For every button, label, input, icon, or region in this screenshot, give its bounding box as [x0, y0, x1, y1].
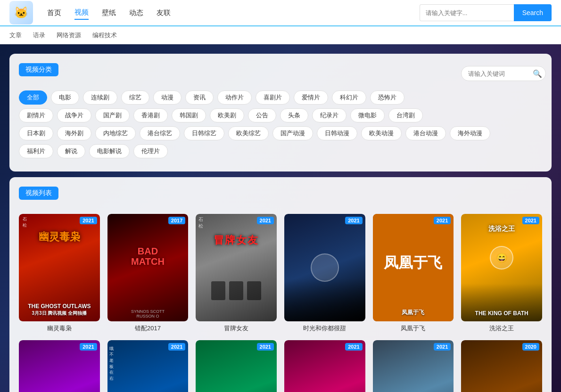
tag-action[interactable]: 动作片 [217, 90, 252, 105]
category-title: 视频分类 [19, 63, 58, 76]
video-card-8[interactable]: 2021 [196, 340, 277, 392]
video-grid: 石松 幽灵毒枭 THE GHOST OUTLAWS3月3日 腾讯视频 全网独播 … [19, 214, 542, 392]
tag-comedy[interactable]: 喜剧片 [256, 90, 290, 105]
video-thumb-0: 石松 幽灵毒枭 THE GHOST OUTLAWS3月3日 腾讯视频 全网独播 … [19, 214, 100, 321]
video-thumb-6: 2021 [19, 340, 100, 392]
search-button[interactable]: Search [514, 4, 552, 21]
subnav-quotes[interactable]: 语录 [33, 31, 45, 40]
logo[interactable]: 🐱 [9, 1, 33, 24]
video-thumb-5: 洗浴之王 😄 THE KING OF BATH 2021 [461, 214, 542, 321]
tag-hk-drama[interactable]: 香港剧 [133, 108, 168, 122]
header: 🐱 首页 视频 壁纸 动态 友联 Search [0, 0, 561, 26]
tag-kr-anime[interactable]: 日韩动漫 [317, 126, 357, 140]
video-thumb-9: 2021 [284, 340, 365, 392]
search-input[interactable] [420, 4, 514, 21]
nav-dynamic[interactable]: 动态 [129, 7, 143, 19]
video-card-6[interactable]: 2021 [19, 340, 100, 392]
video-card-5[interactable]: 洗浴之王 😄 THE KING OF BATH 2021 洗浴之王 [461, 214, 542, 333]
video-thumb-7: 哦不老板在右 2021 [107, 340, 189, 392]
video-title-5: 洗浴之王 [461, 324, 542, 333]
tag-all[interactable]: 全部 [19, 90, 47, 105]
tag-tw-drama[interactable]: 台湾剧 [388, 108, 423, 122]
subnav-article[interactable]: 文章 [9, 31, 22, 40]
tag-doc[interactable]: 纪录片 [312, 108, 346, 122]
video-card-0[interactable]: 石松 幽灵毒枭 THE GHOST OUTLAWS3月3日 腾讯视频 全网独播 … [19, 214, 100, 333]
tag-cn-anime[interactable]: 国产动漫 [272, 126, 313, 140]
video-title-4: 凤凰于飞 [373, 324, 454, 333]
video-badge-6: 2021 [80, 343, 97, 351]
tag-movie-explain[interactable]: 电影解说 [89, 144, 130, 158]
video-thumb-10: 2021 [373, 340, 454, 392]
video-card-7[interactable]: 哦不老板在右 2021 [107, 340, 189, 392]
category-box: 视频分类 🔍 全部 电影 连续剧 综艺 动漫 资讯 动作片 喜剧片 爱情片 科幻… [9, 54, 552, 172]
tag-row-4: 福利片 解说 电影解说 伦理片 [19, 144, 542, 158]
main-nav: 首页 视频 壁纸 动态 友联 [47, 6, 171, 20]
tag-movie[interactable]: 电影 [51, 90, 79, 105]
tag-notice[interactable]: 公告 [248, 108, 276, 122]
video-badge-0: 2021 [80, 217, 97, 224]
nav-wallpaper[interactable]: 壁纸 [102, 7, 116, 19]
tag-jp-drama[interactable]: 日本剧 [19, 126, 53, 140]
tag-anime[interactable]: 动漫 [153, 90, 182, 105]
video-badge-4: 2021 [434, 217, 451, 224]
video-card-10[interactable]: 2021 [373, 340, 454, 392]
video-title-0: 幽灵毒枭 [19, 324, 100, 333]
tag-romance[interactable]: 爱情片 [294, 90, 328, 105]
tag-cn-variety[interactable]: 内地综艺 [95, 126, 136, 140]
tag-eu-variety[interactable]: 欧美综艺 [228, 126, 269, 140]
tag-headline[interactable]: 头条 [280, 108, 308, 122]
tag-overseas-drama[interactable]: 海外剧 [57, 126, 91, 140]
tag-cn-drama[interactable]: 国产剧 [95, 108, 130, 122]
video-list-box: 视频列表 石松 幽灵毒枭 THE GHOST OUTLAWS3月3日 腾讯视频 … [9, 177, 552, 392]
video-card-9[interactable]: 2021 [284, 340, 365, 392]
video-badge-9: 2021 [345, 343, 362, 351]
video-card-4[interactable]: 凤凰于飞 2021 凤凰于飞 [373, 214, 454, 333]
video-thumb-4: 凤凰于飞 2021 [373, 214, 454, 321]
tag-row-3: 日本剧 海外剧 内地综艺 港台综艺 日韩综艺 欧美综艺 国产动漫 日韩动漫 欧美… [19, 126, 542, 140]
thumb-text-5: THE KING OF BATH [461, 310, 542, 317]
subnav-network[interactable]: 网络资源 [57, 31, 81, 40]
tag-hktw-variety[interactable]: 港台综艺 [140, 126, 180, 140]
video-card-1[interactable]: BADMATCH SYNNOS SCOTTRUSSON O 2017 错配201… [107, 214, 189, 333]
video-thumb-11: 2020 [461, 340, 542, 392]
tag-eu-anime[interactable]: 欧美动漫 [361, 126, 402, 140]
tag-hktw-anime[interactable]: 港台动漫 [405, 126, 446, 140]
subnav-coding[interactable]: 编程技术 [92, 31, 117, 40]
video-badge-11: 2020 [522, 343, 539, 351]
tag-scifi[interactable]: 科幻片 [332, 90, 366, 105]
bg-area: 视频分类 🔍 全部 电影 连续剧 综艺 动漫 资讯 动作片 喜剧片 爱情片 科幻… [0, 44, 561, 392]
nav-friends[interactable]: 友联 [157, 7, 171, 19]
tag-explain[interactable]: 解说 [57, 144, 85, 158]
video-card-11[interactable]: 2020 [461, 340, 542, 392]
tag-overseas-anime[interactable]: 海外动漫 [450, 126, 490, 140]
video-badge-7: 2021 [168, 343, 185, 351]
tag-drama[interactable]: 剧情片 [19, 108, 53, 122]
video-card-2[interactable]: 石松 冒牌女友 2021 冒牌女友 [196, 214, 277, 333]
video-title-3: 时光和你都很甜 [284, 324, 365, 333]
tag-war[interactable]: 战争片 [57, 108, 91, 122]
video-card-3[interactable]: 2021 时光和你都很甜 [284, 214, 365, 333]
thumb-text-4: 凤凰于飞 [373, 309, 454, 317]
tag-welfare[interactable]: 福利片 [19, 144, 53, 158]
tag-short-film[interactable]: 微电影 [350, 108, 385, 122]
video-thumb-3: 2021 [284, 214, 365, 321]
video-thumb-2: 石松 冒牌女友 2021 [196, 214, 277, 321]
tag-eu-drama[interactable]: 欧美剧 [210, 108, 244, 122]
video-badge-5: 2021 [522, 217, 539, 224]
tag-kr-variety[interactable]: 日韩综艺 [184, 126, 224, 140]
tag-horror[interactable]: 恐怖片 [370, 90, 404, 105]
search-area: Search [420, 4, 552, 21]
tag-variety[interactable]: 综艺 [121, 90, 149, 105]
tag-series[interactable]: 连续剧 [83, 90, 117, 105]
tag-row-2: 剧情片 战争片 国产剧 香港剧 韩国剧 欧美剧 公告 头条 纪录片 微电影 台湾… [19, 108, 542, 122]
tag-row-1: 全部 电影 连续剧 综艺 动漫 资讯 动作片 喜剧片 爱情片 科幻片 恐怖片 [19, 90, 542, 105]
tag-news[interactable]: 资讯 [185, 90, 214, 105]
subnav: 文章 语录 网络资源 编程技术 [0, 26, 561, 44]
nav-home[interactable]: 首页 [47, 7, 61, 19]
tag-ethics[interactable]: 伦理片 [133, 144, 168, 158]
video-thumb-1: BADMATCH SYNNOS SCOTTRUSSON O 2017 [107, 214, 189, 321]
nav-video[interactable]: 视频 [74, 6, 89, 20]
video-badge-3: 2021 [345, 217, 362, 224]
tag-kr-drama[interactable]: 韩国剧 [172, 108, 206, 122]
video-badge-10: 2021 [434, 343, 451, 351]
